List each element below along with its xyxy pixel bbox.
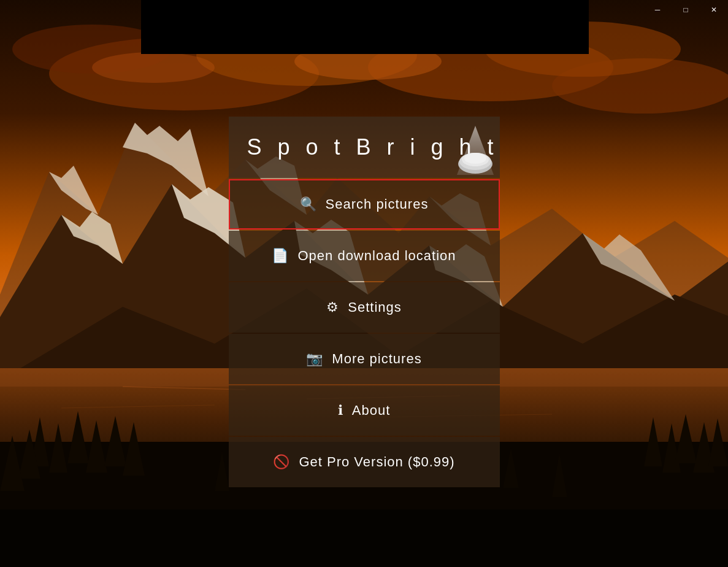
minimize-button[interactable]: ─ — [643, 0, 672, 20]
settings-label: Settings — [348, 299, 402, 315]
svg-point-49 — [464, 153, 486, 164]
camera-icon: 📷 — [306, 351, 323, 367]
logo-area: S p o t B r i g h t — [229, 117, 500, 178]
svg-point-8 — [92, 52, 215, 83]
folder-icon: 📄 — [272, 248, 289, 264]
about-button[interactable]: ℹ About — [229, 385, 500, 436]
settings-icon: ⚙ — [326, 299, 339, 315]
more-pictures-label: More pictures — [332, 351, 421, 367]
close-button[interactable]: ✕ — [700, 0, 728, 20]
maximize-button[interactable]: □ — [672, 0, 700, 20]
more-pictures-button[interactable]: 📷 More pictures — [229, 334, 500, 384]
get-pro-version-label: Get Pro Version ($0.99) — [299, 454, 454, 470]
title-bar: ─ □ ✕ — [0, 0, 728, 20]
search-icon: 🔍 — [300, 196, 317, 212]
search-pictures-button[interactable]: 🔍 Search pictures — [229, 179, 500, 230]
get-pro-version-button[interactable]: 🚫 Get Pro Version ($0.99) — [229, 437, 500, 487]
pro-icon: 🚫 — [273, 454, 290, 470]
svg-rect-44 — [0, 509, 728, 567]
main-menu-panel: S p o t B r i g h t 🔍 Search pictures 📄 … — [229, 117, 500, 487]
open-download-location-button[interactable]: 📄 Open download location — [229, 231, 500, 281]
spotlight-icon — [445, 120, 506, 181]
info-icon: ℹ — [338, 403, 343, 418]
settings-button[interactable]: ⚙ Settings — [229, 282, 500, 333]
search-pictures-label: Search pictures — [326, 196, 429, 212]
about-label: About — [352, 403, 391, 418]
open-download-location-label: Open download location — [297, 248, 456, 264]
